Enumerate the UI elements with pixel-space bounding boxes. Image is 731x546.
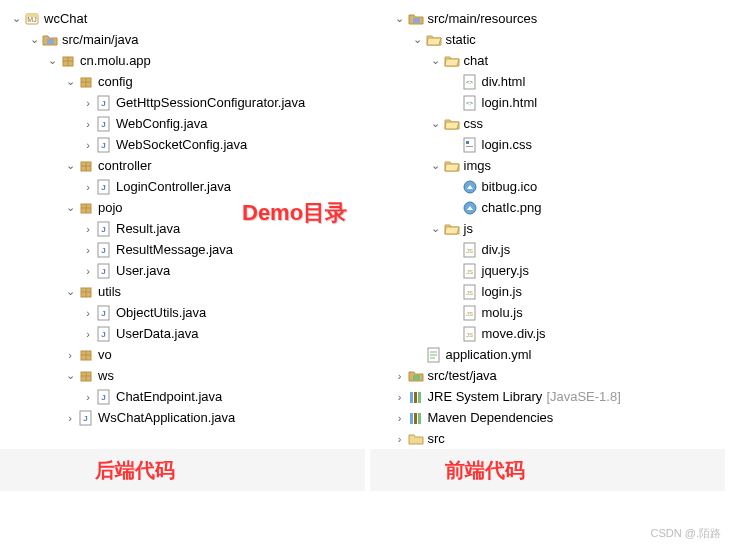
tree-node[interactable]: ⌄cn.molu.app bbox=[0, 50, 366, 71]
expand-icon[interactable]: › bbox=[80, 391, 96, 403]
collapse-icon[interactable]: ⌄ bbox=[62, 201, 78, 214]
collapse-icon[interactable]: ⌄ bbox=[62, 159, 78, 172]
svg-rect-77 bbox=[418, 413, 421, 424]
expand-icon[interactable]: › bbox=[392, 370, 408, 382]
tree-node[interactable]: ⌄js bbox=[366, 218, 732, 239]
tree-node[interactable]: ›src bbox=[366, 428, 732, 449]
tree-node[interactable]: ⌄chat bbox=[366, 50, 732, 71]
tree-node[interactable]: ›JUser.java bbox=[0, 260, 366, 281]
svg-rect-72 bbox=[410, 392, 413, 403]
collapse-icon[interactable]: ⌄ bbox=[62, 285, 78, 298]
expand-icon[interactable]: › bbox=[62, 349, 78, 361]
svg-text:J: J bbox=[83, 414, 87, 423]
expand-icon[interactable]: › bbox=[80, 328, 96, 340]
collapse-icon[interactable]: ⌄ bbox=[62, 369, 78, 382]
tree-node[interactable]: ⌄static bbox=[366, 29, 732, 50]
expand-icon[interactable]: › bbox=[392, 433, 408, 445]
package-icon bbox=[78, 284, 94, 300]
tree-node-label: config bbox=[98, 74, 133, 89]
tree-node-label: WsChatApplication.java bbox=[98, 410, 235, 425]
java-icon: J bbox=[96, 221, 112, 237]
tree-node[interactable]: ·JSdiv.js bbox=[366, 239, 732, 260]
collapse-icon[interactable]: ⌄ bbox=[428, 159, 444, 172]
folder-open-icon bbox=[444, 116, 460, 132]
expand-icon[interactable]: › bbox=[80, 307, 96, 319]
tree-node-label: ObjectUtils.java bbox=[116, 305, 206, 320]
tree-node[interactable]: ⌄imgs bbox=[366, 155, 732, 176]
tree-node[interactable]: ·application.yml bbox=[366, 344, 732, 365]
tree-node[interactable]: ›JWebSocketConfig.java bbox=[0, 134, 366, 155]
tree-node[interactable]: ·<>div.html bbox=[366, 71, 732, 92]
tree-node[interactable]: ›vo bbox=[0, 344, 366, 365]
tree-node[interactable]: ⌄config bbox=[0, 71, 366, 92]
tree-node[interactable]: ›JLoginController.java bbox=[0, 176, 366, 197]
tree-node[interactable]: ›src/test/java bbox=[366, 365, 732, 386]
collapse-icon[interactable]: ⌄ bbox=[392, 12, 408, 25]
svg-rect-54 bbox=[466, 146, 473, 147]
tree-node[interactable]: ›JRE System Library[JavaSE-1.8] bbox=[366, 386, 732, 407]
expand-icon[interactable]: › bbox=[80, 244, 96, 256]
tree-node[interactable]: ›JWebConfig.java bbox=[0, 113, 366, 134]
demo-annotation: Demo目录 bbox=[242, 198, 347, 228]
tree-node-label: login.js bbox=[482, 284, 522, 299]
expand-icon[interactable]: › bbox=[80, 265, 96, 277]
tree-node-label: WebConfig.java bbox=[116, 116, 208, 131]
tree-node[interactable]: ·bitbug.ico bbox=[366, 176, 732, 197]
expand-icon[interactable]: › bbox=[80, 139, 96, 151]
tree-node[interactable]: ›JWsChatApplication.java bbox=[0, 407, 366, 428]
collapse-icon[interactable]: ⌄ bbox=[410, 33, 426, 46]
tree-node[interactable]: ›JResultMessage.java bbox=[0, 239, 366, 260]
package-icon bbox=[78, 347, 94, 363]
collapse-icon[interactable]: ⌄ bbox=[428, 54, 444, 67]
expand-icon[interactable]: › bbox=[62, 412, 78, 424]
collapse-icon[interactable]: ⌄ bbox=[62, 75, 78, 88]
tree-node[interactable]: ›Maven Dependencies bbox=[366, 407, 732, 428]
tree-node[interactable]: ·JSmove.div.js bbox=[366, 323, 732, 344]
collapse-icon[interactable]: ⌄ bbox=[428, 222, 444, 235]
folder-open-icon bbox=[444, 221, 460, 237]
frontend-caption: 前端代码 bbox=[445, 457, 525, 484]
tree-node[interactable]: ⌄MJwcChat bbox=[0, 8, 366, 29]
java-icon: J bbox=[78, 410, 94, 426]
library-icon bbox=[408, 389, 424, 405]
tree-node[interactable]: ›JUserData.java bbox=[0, 323, 366, 344]
tree-node-label: pojo bbox=[98, 200, 123, 215]
expand-icon[interactable]: › bbox=[392, 391, 408, 403]
svg-text:J: J bbox=[101, 246, 105, 255]
tree-node[interactable]: ›JObjectUtils.java bbox=[0, 302, 366, 323]
svg-text:JS: JS bbox=[465, 311, 472, 317]
java-icon: J bbox=[96, 95, 112, 111]
expand-icon[interactable]: › bbox=[80, 118, 96, 130]
svg-text:J: J bbox=[101, 267, 105, 276]
src-folder-icon bbox=[42, 32, 58, 48]
expand-icon[interactable]: › bbox=[80, 223, 96, 235]
tree-node-label: ws bbox=[98, 368, 114, 383]
expand-icon[interactable]: › bbox=[80, 181, 96, 193]
tree-node[interactable]: ⌄src/main/resources bbox=[366, 8, 732, 29]
expand-icon[interactable]: › bbox=[392, 412, 408, 424]
tree-node[interactable]: ·chatIc.png bbox=[366, 197, 732, 218]
caption-bg-left bbox=[0, 449, 365, 491]
tree-node-label: src/main/java bbox=[62, 32, 139, 47]
collapse-icon[interactable]: ⌄ bbox=[8, 12, 24, 25]
collapse-icon[interactable]: ⌄ bbox=[44, 54, 60, 67]
tree-node[interactable]: ⌄controller bbox=[0, 155, 366, 176]
svg-text:J: J bbox=[101, 141, 105, 150]
js-icon: JS bbox=[462, 284, 478, 300]
package-icon bbox=[78, 74, 94, 90]
tree-node[interactable]: ·JSjquery.js bbox=[366, 260, 732, 281]
tree-node[interactable]: ·JSlogin.js bbox=[366, 281, 732, 302]
tree-node[interactable]: ⌄utils bbox=[0, 281, 366, 302]
tree-node[interactable]: ›JGetHttpSessionConfigurator.java bbox=[0, 92, 366, 113]
tree-node[interactable]: ⌄ws bbox=[0, 365, 366, 386]
tree-node[interactable]: ·login.css bbox=[366, 134, 732, 155]
tree-node[interactable]: ·JSmolu.js bbox=[366, 302, 732, 323]
tree-node[interactable]: ·<>login.html bbox=[366, 92, 732, 113]
tree-node[interactable]: ›JChatEndpoint.java bbox=[0, 386, 366, 407]
collapse-icon[interactable]: ⌄ bbox=[428, 117, 444, 130]
tree-node[interactable]: ⌄css bbox=[366, 113, 732, 134]
package-icon bbox=[78, 368, 94, 384]
collapse-icon[interactable]: ⌄ bbox=[26, 33, 42, 46]
tree-node[interactable]: ⌄src/main/java bbox=[0, 29, 366, 50]
expand-icon[interactable]: › bbox=[80, 97, 96, 109]
